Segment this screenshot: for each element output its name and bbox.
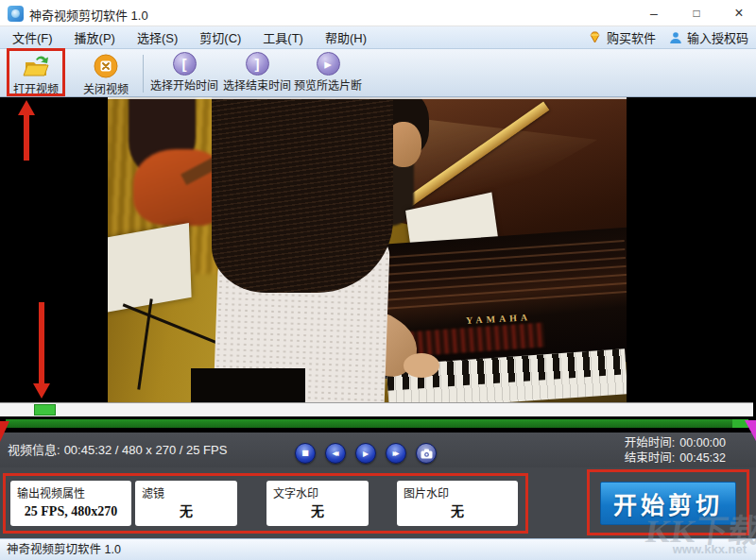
- video-display: YAMAHA: [108, 97, 627, 402]
- buy-software-link[interactable]: 购买软件: [588, 28, 656, 46]
- menu-tools[interactable]: 工具(T): [253, 25, 313, 49]
- end-time-label: 结束时间:: [625, 451, 675, 465]
- play-icon: ▸: [363, 448, 369, 459]
- preview-play-icon: ▸: [317, 52, 340, 76]
- site-watermark-overlay: KK下载: [644, 505, 756, 552]
- text-watermark-label: 文字水印: [273, 484, 318, 501]
- minimize-button[interactable]: –: [640, 3, 668, 24]
- stop-icon: ■: [301, 450, 309, 457]
- image-watermark-card[interactable]: 图片水印 无: [397, 481, 518, 526]
- text-watermark-card[interactable]: 文字水印 无: [266, 481, 369, 526]
- select-end-time-button[interactable]: ] 选择结束时间: [222, 52, 292, 94]
- piano-bench-shadow: [191, 368, 305, 402]
- status-text: 神奇视频剪切软件 1.0: [7, 539, 121, 560]
- select-end-time-label: 选择结束时间: [222, 76, 292, 93]
- menu-right-links: 购买软件 输入授权码: [588, 28, 756, 46]
- fast-forward-icon: ▸▸: [392, 449, 396, 458]
- seek-bar[interactable]: [0, 402, 753, 416]
- image-watermark-value: 无: [397, 501, 518, 519]
- video-info: 视频信息:00:45:32 / 480 x 270 / 25 FPS: [8, 433, 227, 467]
- output-properties-card[interactable]: 输出视频属性 25 FPS, 480x270: [10, 481, 131, 526]
- maximize-button[interactable]: □: [682, 3, 711, 24]
- select-start-time-button[interactable]: [ 选择开始时间: [148, 52, 220, 94]
- app-window: 神奇视频剪切软件 1.0 – □ × 文件(F) 播放(P) 选择(S) 剪切(…: [0, 0, 756, 560]
- user-icon: [669, 31, 682, 44]
- annotation-arrow-down-icon: [33, 383, 50, 399]
- filter-card[interactable]: 滤镜 无: [135, 481, 237, 526]
- selection-range-bar[interactable]: [6, 419, 748, 428]
- window-title: 神奇视频剪切软件 1.0: [29, 6, 148, 24]
- annotation-arrow-down-shaft: [39, 302, 44, 384]
- fast-forward-button[interactable]: ▸▸: [386, 443, 406, 464]
- filter-label: 滤镜: [142, 484, 164, 501]
- toolbar-separator: [143, 55, 144, 93]
- player-info-bar: 视频信息:00:45:32 / 480 x 270 / 25 FPS ■ ◂◂ …: [0, 433, 756, 467]
- start-time-value: 00:00:00: [679, 436, 726, 450]
- select-start-time-label: 选择开始时间: [148, 76, 220, 93]
- close-video-button[interactable]: 关闭视频: [79, 52, 132, 94]
- close-video-icon: [79, 54, 132, 79]
- time-readouts: 开始时间:00:00:00 结束时间:00:45:32: [625, 435, 726, 466]
- annotation-box-settings: 输出视频属性 25 FPS, 480x270 滤镜 无 文字水印 无 图片水印 …: [3, 473, 528, 534]
- annotation-arrow-up-shaft: [24, 114, 29, 161]
- image-watermark-label: 图片水印: [404, 484, 449, 501]
- text-watermark-value: 无: [266, 501, 369, 519]
- selection-strip: [0, 416, 756, 433]
- bracket-right-icon: ]: [246, 52, 269, 76]
- output-properties-label: 输出视频属性: [17, 484, 85, 501]
- annotation-arrow-up-icon: [18, 100, 35, 115]
- filter-value: 无: [135, 501, 237, 519]
- camera-icon: [421, 449, 433, 459]
- bottom-panel: 输出视频属性 25 FPS, 480x270 滤镜 无 文字水印 无 图片水印 …: [0, 467, 756, 538]
- preview-clip-button[interactable]: ▸ 预览所选片断: [294, 52, 362, 94]
- close-video-label: 关闭视频: [79, 80, 132, 96]
- close-button[interactable]: ×: [725, 3, 753, 24]
- output-properties-value: 25 FPS, 480x270: [10, 504, 131, 519]
- enter-license-link[interactable]: 输入授权码: [669, 28, 748, 46]
- stop-button[interactable]: ■: [295, 443, 316, 464]
- play-button[interactable]: ▸: [355, 443, 376, 464]
- menu-play[interactable]: 播放(P): [65, 25, 125, 49]
- seek-handle[interactable]: [34, 404, 56, 416]
- video-area: YAMAHA: [0, 97, 756, 402]
- preview-clip-label: 预览所选片断: [294, 76, 362, 93]
- menu-bar: 文件(F) 播放(P) 选择(S) 剪切(C) 工具(T) 帮助(H) 购买软件…: [0, 26, 756, 49]
- menu-cut[interactable]: 剪切(C): [190, 25, 250, 49]
- video-info-label: 视频信息:: [8, 443, 60, 457]
- rewind-button[interactable]: ◂◂: [325, 443, 346, 464]
- rewind-icon: ◂◂: [332, 449, 335, 458]
- app-icon: [8, 6, 24, 22]
- transport-controls: ■ ◂◂ ▸ ▸▸: [295, 443, 437, 464]
- snapshot-button[interactable]: [416, 443, 437, 464]
- buy-software-label: 购买软件: [607, 28, 656, 46]
- enter-license-label: 输入授权码: [687, 28, 748, 46]
- annotation-box-open-video: [7, 48, 65, 96]
- pianist-hair: [212, 97, 393, 293]
- menu-help[interactable]: 帮助(H): [316, 25, 376, 49]
- start-time-row: 开始时间:00:00:00: [625, 435, 726, 450]
- menu-file[interactable]: 文件(F): [3, 25, 62, 49]
- app-icon-lens: [11, 9, 20, 18]
- toolbar: 打开视频 关闭视频 [ 选择开始时间 ] 选择结束时间 ▸ 预览所选片断: [0, 49, 756, 97]
- end-time-row: 结束时间:00:45:32: [625, 450, 726, 466]
- end-time-value: 00:45:32: [679, 451, 726, 465]
- gem-icon: [588, 31, 602, 43]
- video-frame-edge: [108, 97, 627, 99]
- menu-select[interactable]: 选择(S): [128, 25, 187, 49]
- bracket-left-icon: [: [173, 52, 197, 76]
- title-bar: 神奇视频剪切软件 1.0 – □ ×: [0, 0, 756, 26]
- start-time-label: 开始时间:: [625, 436, 675, 450]
- video-info-value: 00:45:32 / 480 x 270 / 25 FPS: [64, 443, 228, 457]
